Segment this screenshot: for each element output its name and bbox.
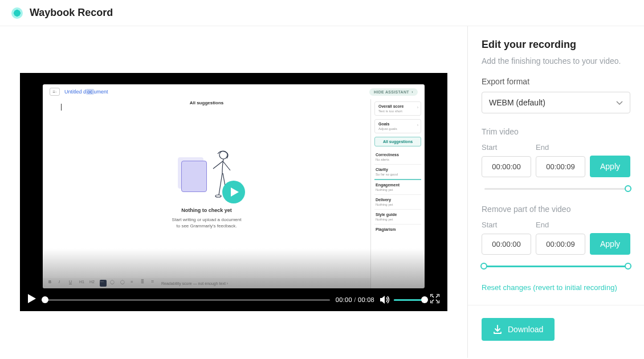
fullscreen-button[interactable] — [430, 294, 439, 305]
empty-state: Nothing to check yet Start writing or up… — [54, 150, 359, 229]
download-button[interactable]: Download — [482, 318, 555, 341]
underline-icon: U — [69, 280, 76, 287]
app-logo — [11, 7, 23, 19]
volume-control — [380, 295, 425, 304]
goals-card: Goals Adjust goals › — [374, 119, 421, 133]
play-icon — [231, 187, 239, 197]
trim-start-input[interactable] — [482, 156, 531, 177]
time-display: 00:00 / 00:08 — [336, 296, 374, 303]
trim-end-label: End — [536, 143, 585, 152]
volume-thumb[interactable] — [421, 296, 428, 303]
bold-icon: B — [48, 280, 55, 287]
divider — [468, 305, 644, 305]
remove-apply-button[interactable]: Apply — [590, 233, 630, 255]
export-label: Export format — [482, 77, 630, 86]
play-button[interactable] — [28, 294, 36, 305]
main-layout: ≡· Untitled document HIDE ASSISTANT › Al… — [0, 26, 644, 358]
overall-card: Overall score Text is too short › — [374, 101, 421, 116]
doc-topbar: ≡· Untitled document HIDE ASSISTANT › — [43, 84, 425, 99]
edit-sidebar: Edit your recording Add the finishing to… — [467, 26, 644, 358]
remove-row: Start End Apply — [482, 221, 630, 255]
delivery-item: Delivery Nothing yet — [374, 195, 421, 210]
app-title: Waybook Record — [30, 7, 113, 19]
big-play-button[interactable] — [222, 181, 245, 203]
circle-icon: ◯ — [110, 280, 117, 287]
volume-icon[interactable] — [380, 295, 390, 304]
correctness-item: Correctness No alerts — [374, 150, 421, 165]
fullscreen-icon — [430, 294, 439, 303]
doc-editor-pane: All suggestions — [43, 99, 370, 288]
extra-icon: ⠿ — [151, 280, 158, 287]
svg-point-1 — [215, 195, 221, 197]
chevron-down-icon — [616, 98, 623, 107]
panel-subtitle: Add the finishing touches to your video. — [482, 56, 630, 66]
doc-toolbar: B I U H1 H2 ⋯ ◯ ◯ ≡ ≣ ⠿ Readability scor… — [43, 278, 370, 288]
seek-thumb[interactable] — [42, 296, 48, 303]
all-suggestions-card: All suggestions — [374, 137, 421, 146]
link-icon: ⋯ — [100, 280, 107, 287]
trim-slider-thumb[interactable] — [625, 185, 631, 192]
h1-icon: H1 — [79, 280, 86, 287]
export-value: WEBM (default) — [489, 98, 545, 107]
export-format-select[interactable]: WEBM (default) — [482, 92, 630, 113]
download-icon — [493, 325, 502, 334]
readability-text: Readability score — not enough text › — [161, 282, 228, 285]
empty-subtitle: Start writing or upload a document to se… — [172, 217, 242, 229]
list-icon: ≡ — [131, 280, 137, 287]
doc-title: Untitled document — [64, 89, 108, 95]
circle2-icon: ◯ — [120, 280, 127, 287]
video-player: ≡· Untitled document HIDE ASSISTANT › Al… — [20, 73, 447, 311]
remove-label: Remove part of the video — [482, 205, 630, 214]
plagiarism-item: Plagiarism — [374, 225, 421, 234]
remove-start-label: Start — [482, 221, 531, 229]
empty-title: Nothing to check yet — [181, 207, 232, 213]
remove-end-input[interactable] — [536, 234, 585, 255]
trim-start-label: Start — [482, 143, 531, 152]
engagement-item: Engagement Nothing yet — [374, 180, 421, 195]
play-icon — [28, 294, 36, 303]
numlist-icon: ≣ — [141, 280, 148, 287]
remove-start-input[interactable] — [482, 234, 531, 255]
style-item: Style guide Nothing yet — [374, 210, 421, 225]
remove-slider[interactable] — [482, 263, 630, 268]
remove-slider-start-thumb[interactable] — [480, 263, 487, 270]
suggestions-heading: All suggestions — [43, 100, 370, 105]
h2-icon: H2 — [89, 280, 96, 287]
panel-title: Edit your recording — [482, 39, 630, 51]
trim-apply-button[interactable]: Apply — [590, 156, 630, 177]
trim-slider[interactable] — [482, 185, 630, 191]
doc-sidebar: Overall score Text is too short › Goals … — [370, 99, 425, 288]
remove-end-label: End — [536, 221, 585, 229]
video-controls: 00:00 / 00:08 — [20, 288, 447, 311]
doc-menu-icon: ≡· — [50, 88, 60, 96]
italic-icon: I — [59, 280, 66, 287]
app-header: Waybook Record — [0, 0, 644, 26]
remove-slider-end-thumb[interactable] — [625, 263, 631, 270]
hide-assistant-pill: HIDE ASSISTANT › — [369, 88, 418, 96]
clarity-item: Clarity So far so good — [374, 165, 421, 180]
download-label: Download — [508, 325, 543, 334]
video-area: ≡· Untitled document HIDE ASSISTANT › Al… — [0, 26, 467, 358]
trim-label: Trim video — [482, 127, 630, 136]
trim-row: Start End Apply — [482, 143, 630, 177]
reset-link[interactable]: Reset changes (revert to initial recordi… — [482, 283, 617, 292]
volume-bar[interactable] — [394, 299, 425, 301]
seek-bar[interactable] — [42, 299, 330, 301]
trim-end-input[interactable] — [536, 156, 585, 177]
